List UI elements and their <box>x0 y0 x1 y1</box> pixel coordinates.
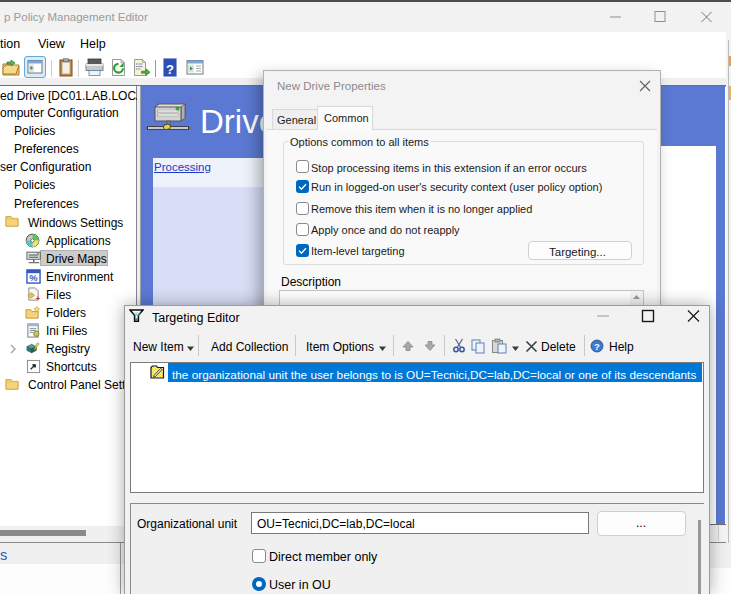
svg-text:?: ? <box>594 341 600 352</box>
svg-text:+: + <box>36 294 41 302</box>
svg-text:%: % <box>29 273 38 283</box>
